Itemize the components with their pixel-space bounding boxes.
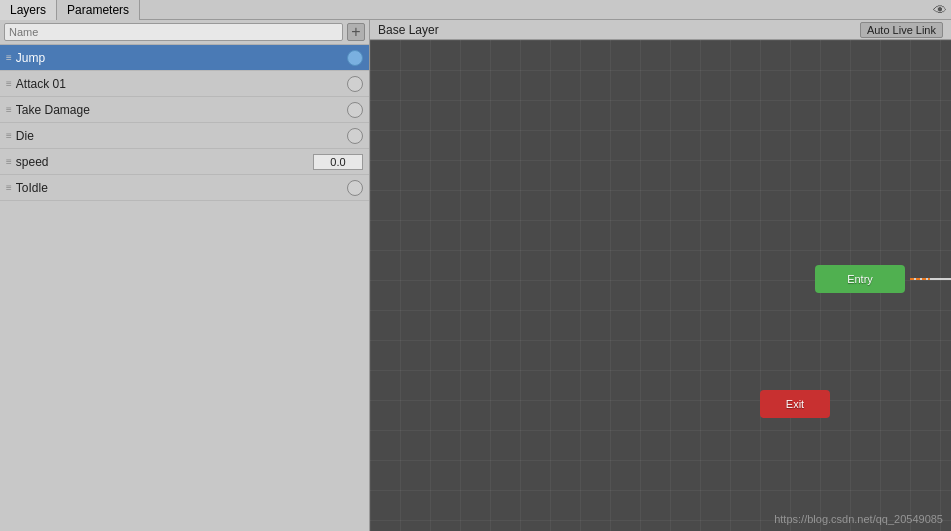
param-item-attack01[interactable]: ≡ Attack 01: [0, 71, 369, 97]
auto-live-link-button[interactable]: Auto Live Link: [860, 22, 943, 38]
param-list: ≡ Jump ≡ Attack 01 ≡ Take Damage ≡ Die: [0, 45, 369, 531]
canvas-header: Base Layer Auto Live Link: [370, 20, 951, 40]
drag-handle-jump: ≡: [6, 52, 12, 63]
node-exit[interactable]: Exit: [760, 390, 830, 418]
param-item-die[interactable]: ≡ Die: [0, 123, 369, 149]
param-name-attack01: Attack 01: [16, 77, 347, 91]
drag-handle-speed: ≡: [6, 156, 12, 167]
drag-handle-die: ≡: [6, 130, 12, 141]
node-entry[interactable]: Entry: [815, 265, 905, 293]
param-name-take-damage: Take Damage: [16, 103, 347, 117]
param-name-speed: speed: [16, 155, 313, 169]
left-panel: + ≡ Jump ≡ Attack 01 ≡ Take Damage: [0, 20, 370, 531]
param-toggle-die[interactable]: [347, 128, 363, 144]
add-param-button[interactable]: +: [347, 23, 365, 41]
param-name-die: Die: [16, 129, 347, 143]
param-toggle-to-idle[interactable]: [347, 180, 363, 196]
param-toggle-attack01[interactable]: [347, 76, 363, 92]
top-bar: Layers Parameters 👁: [0, 0, 951, 20]
param-toggle-take-damage[interactable]: [347, 102, 363, 118]
param-item-to-idle[interactable]: ≡ ToIdle: [0, 175, 369, 201]
param-toggle-jump[interactable]: [347, 50, 363, 66]
search-bar: +: [0, 20, 369, 45]
tab-layers[interactable]: Layers: [0, 0, 57, 20]
breadcrumb: Base Layer: [378, 23, 439, 37]
param-item-take-damage[interactable]: ≡ Take Damage: [0, 97, 369, 123]
drag-handle-to-idle: ≡: [6, 182, 12, 193]
main-area: + ≡ Jump ≡ Attack 01 ≡ Take Damage: [0, 20, 951, 531]
watermark: https://blog.csdn.net/qq_20549085: [774, 513, 943, 525]
canvas-area: Base Layer Auto Live Link: [370, 20, 951, 531]
drag-handle-attack01: ≡: [6, 78, 12, 89]
tab-parameters[interactable]: Parameters: [57, 0, 140, 20]
eye-icon[interactable]: 👁: [933, 2, 947, 18]
drag-handle-take-damage: ≡: [6, 104, 12, 115]
param-name-jump: Jump: [16, 51, 347, 65]
param-item-jump[interactable]: ≡ Jump: [0, 45, 369, 71]
param-name-to-idle: ToIdle: [16, 181, 347, 195]
param-item-speed[interactable]: ≡ speed: [0, 149, 369, 175]
search-input[interactable]: [4, 23, 343, 41]
param-value-speed[interactable]: [313, 154, 363, 170]
canvas-grid[interactable]: Any State Die Take Damage Entry Idle Wal…: [370, 40, 951, 531]
